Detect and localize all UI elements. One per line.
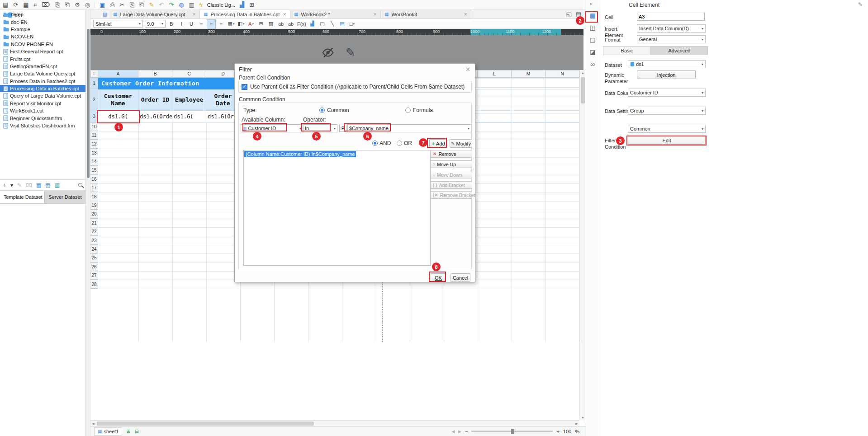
pagination-preview-icon[interactable]: ▥ <box>189 2 194 8</box>
close-icon[interactable]: ✕ <box>465 66 470 73</box>
tree-file[interactable]: Large Data Volume Query.cpt <box>0 70 85 77</box>
tab-basic[interactable]: Basic <box>603 46 651 55</box>
tree-folder[interactable]: demo <box>0 11 85 18</box>
font-family-select[interactable]: SimHei ▾ <box>93 20 143 28</box>
new-report-icon[interactable]: ▤ <box>3 2 8 8</box>
tab-advanced[interactable]: Advanced <box>651 46 708 55</box>
image-icon[interactable]: ▢ <box>318 20 327 28</box>
merge-cells-icon[interactable]: ▦ ▾ <box>227 20 235 28</box>
horizontal-scrollbar[interactable]: ◀ ▶ <box>90 420 579 426</box>
column-header[interactable]: L <box>478 70 512 78</box>
hyperlink-icon[interactable]: ∞ <box>588 60 597 69</box>
ok-button[interactable]: OK <box>431 273 446 282</box>
type-common-radio[interactable] <box>319 108 325 113</box>
column-header[interactable]: A <box>98 70 138 78</box>
expand-mode-select[interactable]: Common ▾ <box>628 125 706 133</box>
sidebar-scrollbar[interactable] <box>86 10 90 436</box>
float-element-icon[interactable]: ◫ <box>588 23 597 32</box>
fill-color-icon[interactable]: ◧ ▾ <box>237 20 245 28</box>
tab-list-icon[interactable]: ▤ <box>576 11 581 17</box>
remove-button[interactable]: ✕ Remove <box>430 150 472 158</box>
add-button[interactable]: + Add <box>429 139 447 148</box>
stored-procedure-icon[interactable]: ▥ <box>55 183 60 188</box>
widget-settings-icon[interactable]: ▢ <box>588 35 597 44</box>
tree-file[interactable]: Process Data in Batches2.cpt <box>0 78 85 85</box>
column-header[interactable]: N <box>545 70 579 78</box>
row-header[interactable]: 26 <box>90 263 98 271</box>
tree-file[interactable]: Report Visit Monitor.cpt <box>0 100 85 107</box>
formula-icon[interactable]: F(x) <box>297 20 307 28</box>
dataset-select[interactable]: ds1 ▾ <box>628 60 706 68</box>
document-tab[interactable]: ▦ WorkBook3 ✕ <box>381 10 471 19</box>
page-next-icon[interactable]: ▶ <box>458 429 461 434</box>
operator-select[interactable]: In ▾ <box>303 124 337 132</box>
caret-down-icon[interactable]: ▾ <box>10 183 13 188</box>
row-header[interactable]: 14 <box>90 158 98 166</box>
row-header[interactable]: 27 <box>90 272 98 280</box>
cell-a1-title[interactable]: Customer Order Information <box>98 78 240 89</box>
collapse-icon[interactable]: ▸ <box>590 1 593 6</box>
group-select[interactable]: Group ▾ <box>628 107 706 115</box>
zoom-slider-thumb[interactable] <box>511 429 514 434</box>
insert-element-select[interactable]: Insert Data Column(D) ▾ <box>637 24 706 33</box>
edit-dataset-icon[interactable]: ✎ <box>17 183 22 188</box>
row-header[interactable]: 25 <box>90 254 98 262</box>
modify-button[interactable]: ✎ Modify <box>450 139 472 148</box>
parent-cell-checkbox[interactable] <box>242 84 247 90</box>
injection-button[interactable]: Injection <box>637 70 696 79</box>
visibility-off-icon[interactable] <box>320 47 336 59</box>
lightning-icon[interactable]: ϟ <box>199 2 203 8</box>
align-center-icon[interactable]: ≡ <box>207 20 215 28</box>
align-left-icon[interactable]: ≡ <box>197 20 205 28</box>
tree-file[interactable]: Beginner Quickstart.frm <box>0 114 85 122</box>
scroll-up-icon[interactable]: ▲ <box>580 70 586 75</box>
sheet-tab[interactable]: ▦ sheet1 <box>94 427 122 436</box>
row-header[interactable]: 22 <box>90 228 98 236</box>
cell-c2[interactable]: Employee <box>172 89 206 111</box>
condition-list[interactable]: (Column Name:Customer ID) In$Company_nam… <box>243 150 431 266</box>
refresh-icon[interactable]: ⟳ <box>13 2 18 8</box>
vertical-scrollbar[interactable]: ▲ ▼ <box>579 70 585 420</box>
list-icon[interactable]: ▤ <box>338 20 346 28</box>
available-column-select[interactable]: ▥ Customer ID ▾ <box>241 124 303 132</box>
document-tab[interactable]: ▦ Large Data Volume Query.cpt ✕ <box>109 10 200 19</box>
row-header[interactable]: 24 <box>90 245 98 253</box>
condition-attributes-icon[interactable]: ◪ <box>588 47 597 56</box>
cell-b3[interactable]: ds1.G(Order <box>138 111 172 123</box>
component-icon[interactable]: ⊞ <box>249 2 254 8</box>
row-header[interactable]: 17 <box>90 184 98 192</box>
close-icon[interactable]: ✕ <box>192 12 196 17</box>
zoom-value[interactable]: 100 <box>563 429 571 434</box>
wrap-text-icon[interactable]: ab <box>277 20 285 28</box>
copy-icon[interactable]: ⎘ <box>130 2 134 8</box>
cell-a3[interactable]: ds1.G( <box>98 111 138 123</box>
zoom-out-button[interactable]: − <box>465 429 468 434</box>
borders-icon[interactable]: ⊞ <box>257 20 265 28</box>
tree-file[interactable]: First General Report.cpt <box>0 48 85 55</box>
type-formula-radio[interactable] <box>405 108 411 113</box>
table-icon[interactable]: ▦ <box>23 2 28 8</box>
tab-template-dataset[interactable]: Template Dataset <box>0 191 44 203</box>
cell-b2[interactable]: Order ID <box>138 89 172 111</box>
move-down-button[interactable]: ↓ Move Down <box>430 171 472 178</box>
restore-window-icon[interactable]: ◱ <box>566 11 571 17</box>
tree-file[interactable]: Visit Statistics Dashboard.frm <box>0 122 85 129</box>
tree-folder[interactable]: NCOV-PHONE-EN <box>0 41 85 48</box>
web-preview-icon[interactable]: ◍ <box>179 2 184 8</box>
select-all-corner[interactable]: ⠿ <box>90 70 98 78</box>
chart-insert-icon[interactable]: ▟ <box>240 2 244 8</box>
quick-access-label[interactable]: Classic Lig... <box>207 2 235 8</box>
tree-folder[interactable]: Example <box>0 26 85 33</box>
and-radio[interactable] <box>372 141 378 146</box>
close-icon[interactable]: ✕ <box>373 12 377 17</box>
scroll-down-icon[interactable]: ▼ <box>580 415 586 420</box>
pivot-icon[interactable]: ⌗ <box>34 2 37 8</box>
row-header[interactable]: 11 <box>90 131 98 140</box>
add-dataset-icon[interactable]: + <box>3 183 6 188</box>
tab-server-dataset[interactable]: Server Dataset <box>44 191 85 203</box>
cut-icon[interactable]: ✂ <box>120 2 125 8</box>
move-up-button[interactable]: ↑ Move Up <box>430 160 472 168</box>
document-tab[interactable]: ▦ Processing Data in Batches.cpt ✕ <box>200 10 290 19</box>
cell-a2[interactable]: Customer Name <box>98 89 138 111</box>
font-color-icon[interactable]: A ▾ <box>247 20 255 28</box>
